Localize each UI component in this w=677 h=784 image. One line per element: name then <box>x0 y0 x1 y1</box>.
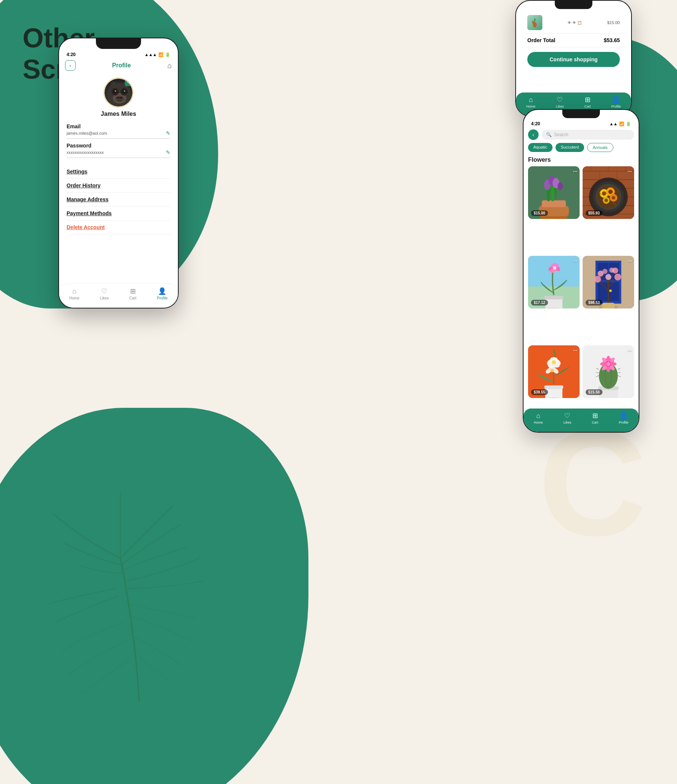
svg-point-20 <box>558 182 563 190</box>
profile-menu: Settings Order History Manage Address Pa… <box>59 162 178 237</box>
order-total-value: $53.65 <box>604 37 620 43</box>
status-bar-profile: 4:20 ▲▲▲ 📶 🔋 <box>59 38 178 59</box>
home-icon-nav[interactable]: ⌂ <box>168 61 172 70</box>
plant-card-4[interactable]: ··· $98.53 <box>582 256 634 308</box>
browse-nav-home-label: Home <box>534 421 543 425</box>
plant-4-price: $98.53 <box>585 300 602 305</box>
cart-item-price: $15.00 <box>607 20 620 25</box>
chip-succulent[interactable]: Succulent <box>556 143 584 152</box>
plant-3-more-icon[interactable]: ··· <box>573 258 577 264</box>
plant-5-price: $39.55 <box>531 389 548 395</box>
menu-order-history[interactable]: Order History <box>67 179 170 193</box>
order-total-label: Order Total <box>527 37 555 43</box>
browse-back-button[interactable]: ‹ <box>528 129 539 140</box>
browse-nav-cart[interactable]: ⊞ Cart <box>592 412 598 425</box>
menu-settings[interactable]: Settings <box>67 165 170 179</box>
search-bar-row: ‹ 🔍 Search <box>523 128 639 143</box>
plant-6-more-icon[interactable]: ··· <box>627 348 632 354</box>
plant-card-5[interactable]: ··· $39.55 <box>528 345 579 398</box>
email-edit-icon[interactable]: ✎ <box>166 130 170 136</box>
chip-aquatic[interactable]: Aquatic <box>528 143 553 152</box>
avatar-edit-icon[interactable]: ✎ <box>125 79 132 86</box>
profile-nav-header: ‹ Profile ⌂ <box>59 59 178 74</box>
browse-nav-profile-label: Profile <box>619 421 629 425</box>
profile-phone-nav: ⌂ Home ♡ Likes ⊞ Cart 👤 Profile <box>59 284 178 308</box>
search-input[interactable]: 🔍 Search <box>542 130 634 140</box>
nav-home-label: Home <box>69 296 79 300</box>
cart-item-row: 👁 👁 📋 $15.00 <box>522 12 625 33</box>
browse-nav-profile[interactable]: 👤 Profile <box>619 412 629 425</box>
plant-2-price: $55.93 <box>585 210 602 216</box>
plant-5-more-icon[interactable]: ··· <box>573 348 577 354</box>
menu-payment-methods[interactable]: Payment Methods <box>67 207 170 221</box>
password-row: xxxxxxxxxxxxxxxxxx ✎ <box>67 149 170 158</box>
svg-rect-80 <box>544 386 563 389</box>
plant-card-3[interactable]: ··· $17.12 <box>528 256 579 308</box>
plant-1-price: $15.00 <box>531 210 548 216</box>
password-label: Password <box>67 143 170 149</box>
chip-annuals[interactable]: Annuals <box>587 143 613 152</box>
cart-nav-profile-label: Profile <box>611 104 621 108</box>
svg-point-71 <box>594 276 601 283</box>
browse-nav-home[interactable]: ⌂ Home <box>534 412 543 425</box>
browse-nav-likes-icon: ♡ <box>564 412 570 420</box>
plant-card-2[interactable]: ··· $55.93 <box>582 166 634 219</box>
cart-nav-home[interactable]: ⌂ Home <box>526 96 535 108</box>
plant-1-more-icon[interactable]: ··· <box>573 168 577 174</box>
svg-point-72 <box>614 274 621 280</box>
profile-nav-title: Profile <box>112 62 131 69</box>
continue-shopping-button[interactable]: Continue shopping <box>527 52 620 67</box>
cart-eye-icons: 👁 👁 📋 <box>568 21 582 25</box>
plant-card-1[interactable]: ··· $15.00 <box>528 166 579 219</box>
svg-point-56 <box>553 266 556 270</box>
browse-nav-home-icon: ⌂ <box>536 412 540 420</box>
svg-point-63 <box>609 289 612 292</box>
flowers-section-title: Flowers <box>523 155 639 166</box>
svg-point-7 <box>124 90 125 92</box>
nav-cart[interactable]: ⊞ Cart <box>129 287 137 300</box>
svg-point-75 <box>606 274 612 280</box>
search-icon: 🔍 <box>546 132 552 137</box>
svg-rect-65 <box>602 303 615 308</box>
svg-point-91 <box>550 369 554 372</box>
cart-phone: 👁 👁 📋 $15.00 Order Total $53.65 Continue… <box>515 0 632 117</box>
browse-nav-likes-label: Likes <box>564 421 571 425</box>
search-placeholder: Search <box>554 132 568 137</box>
cart-nav-likes-icon: ♡ <box>557 96 563 104</box>
nav-profile-icon: 👤 <box>158 287 166 295</box>
browse-status-icons: ▲▲ 📶 🔋 <box>609 121 631 126</box>
status-icons: ▲▲▲ 📶 🔋 <box>144 52 170 57</box>
svg-point-111 <box>610 362 616 366</box>
browse-nav-cart-label: Cart <box>592 421 598 425</box>
palm-leaf-decoration <box>45 483 233 709</box>
nav-likes[interactable]: ♡ Likes <box>100 287 109 300</box>
nav-likes-label: Likes <box>100 296 109 300</box>
nav-profile-label: Profile <box>157 296 168 300</box>
cart-nav-cart[interactable]: ⊞ Cart <box>584 96 591 108</box>
password-field-section: Password xxxxxxxxxxxxxxxxxx ✎ <box>59 143 178 162</box>
svg-point-45 <box>604 199 608 202</box>
plant-4-more-icon[interactable]: ··· <box>627 258 632 264</box>
cart-nav-home-label: Home <box>526 104 535 108</box>
status-time: 4:20 <box>67 52 76 57</box>
plant-6-price: $15.50 <box>585 389 602 395</box>
cart-nav-likes-label: Likes <box>556 104 564 108</box>
nav-profile[interactable]: 👤 Profile <box>157 287 168 300</box>
avatar-container: ✎ <box>103 78 134 107</box>
nav-likes-icon: ♡ <box>101 287 107 295</box>
back-button[interactable]: ‹ <box>65 60 76 71</box>
password-edit-icon[interactable]: ✎ <box>166 149 170 156</box>
plant-2-more-icon[interactable]: ··· <box>627 168 632 174</box>
browse-phone: 4:20 ▲▲ 📶 🔋 ‹ 🔍 Search Aquatic Succulent… <box>523 109 640 432</box>
svg-point-6 <box>115 90 116 92</box>
cart-nav-profile[interactable]: 👤 Profile <box>611 96 621 108</box>
cart-nav-cart-label: Cart <box>584 104 591 108</box>
browse-status-time: 4:20 <box>531 121 540 126</box>
svg-point-87 <box>552 360 556 364</box>
plant-card-6[interactable]: ··· $15.50 <box>582 345 634 398</box>
menu-manage-address[interactable]: Manage Address <box>67 193 170 207</box>
menu-delete-account[interactable]: Delete Account <box>67 221 170 234</box>
browse-nav-likes[interactable]: ♡ Likes <box>564 412 571 425</box>
cart-nav-likes[interactable]: ♡ Likes <box>556 96 564 108</box>
nav-home[interactable]: ⌂ Home <box>69 288 79 300</box>
